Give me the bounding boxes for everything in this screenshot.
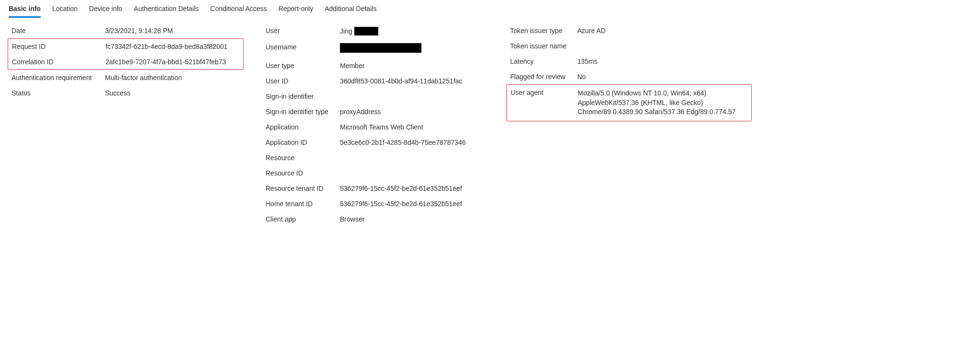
value-signin-identifier-type: proxyAddress — [340, 108, 485, 116]
value-request-id: fc73342f-621b-4ecd-8da9-bed8a3f82001 — [105, 43, 240, 50]
row-flagged: Flagged for review No — [507, 69, 752, 84]
value-correlation-id: 2afc1be9-7207-4f7a-bbd1-521bf47feb73 — [105, 58, 240, 66]
tab-conditional-access[interactable]: Conditional Access — [210, 3, 267, 18]
label-home-tenant-id: Home tenant ID — [266, 200, 340, 208]
label-latency: Latency — [510, 58, 577, 65]
row-application: Application Microsoft Teams Web Client — [263, 119, 488, 135]
column-2: User Jing Username User type Member User… — [263, 23, 488, 227]
row-user-id: User ID 360df853-0081-4b0d-af94-11dab125… — [263, 73, 488, 89]
value-user-id: 360df853-0081-4b0d-af94-11dab1251fac — [340, 77, 485, 85]
value-resource-tenant-id: 536279f6-15cc-45f2-be2d-61e352b51eef — [340, 185, 485, 192]
value-application-id: 5e3ce6c0-2b1f-4285-8d4b-75ee78787346 — [340, 139, 485, 146]
tab-authentication-details[interactable]: Authentication Details — [134, 3, 198, 18]
label-user-agent: User agent — [511, 89, 578, 96]
row-user-agent: User agent Mozilla/5.0 (Windows NT 10.0;… — [507, 85, 751, 121]
label-user-id: User ID — [266, 77, 340, 85]
row-username: Username — [263, 39, 488, 58]
value-username — [340, 43, 485, 54]
redacted-username — [340, 43, 421, 53]
row-user: User Jing — [263, 23, 488, 39]
label-client-app: Client app — [266, 215, 340, 223]
label-status: Status — [12, 89, 105, 97]
value-date: 3/23/2021, 9:14:28 PM — [105, 27, 241, 35]
label-user-type: User type — [266, 62, 340, 70]
label-request-id: Request ID — [12, 43, 105, 50]
row-signin-identifier-type: Sign-in identifier type proxyAddress — [263, 104, 488, 119]
label-auth-requirement: Authentication requirement — [12, 74, 105, 82]
redacted-user-surname — [354, 27, 378, 35]
label-date: Date — [12, 27, 105, 35]
label-resource-tenant-id: Resource tenant ID — [266, 185, 340, 192]
value-application: Microsoft Teams Web Client — [340, 123, 485, 131]
row-correlation-id: Correlation ID 2afc1be9-7207-4f7a-bbd1-5… — [8, 54, 243, 70]
label-resource: Resource — [266, 154, 340, 162]
row-signin-identifier: Sign-in identifier — [263, 89, 488, 104]
row-latency: Latency 135ms — [507, 54, 752, 69]
label-token-issuer-type: Token issuer type — [510, 27, 577, 35]
tab-device-info[interactable]: Device info — [89, 3, 122, 18]
label-signin-identifier-type: Sign-in identifier type — [266, 108, 340, 116]
label-username: Username — [266, 43, 340, 51]
row-user-type: User type Member — [263, 58, 488, 73]
row-auth-requirement: Authentication requirement Multi-factor … — [9, 70, 244, 85]
tab-basic-info[interactable]: Basic info — [9, 3, 41, 18]
row-home-tenant-id: Home tenant ID 536279f6-15cc-45f2-be2d-6… — [263, 196, 488, 211]
highlight-user-agent: User agent Mozilla/5.0 (Windows NT 10.0;… — [506, 84, 752, 121]
tab-report-only[interactable]: Report-only — [279, 3, 313, 18]
label-flagged: Flagged for review — [510, 73, 577, 81]
value-status: Success — [105, 89, 241, 97]
row-client-app: Client app Browser — [263, 211, 488, 227]
row-resource: Resource — [263, 150, 488, 165]
value-user-type: Member — [340, 62, 485, 70]
value-auth-requirement: Multi-factor authentication — [105, 74, 241, 82]
tab-bar: Basic info Location Device info Authenti… — [0, 0, 980, 18]
label-application-id: Application ID — [266, 139, 340, 146]
value-flagged: No — [577, 73, 749, 81]
tab-location[interactable]: Location — [52, 3, 78, 18]
user-link[interactable]: Jing — [340, 27, 352, 35]
highlight-request-correlation: Request ID fc73342f-621b-4ecd-8da9-bed8a… — [8, 38, 244, 70]
label-token-issuer-name: Token issuer name — [510, 42, 577, 50]
row-date: Date 3/23/2021, 9:14:28 PM — [9, 23, 244, 38]
value-token-issuer-type: Azure AD — [577, 27, 749, 35]
row-resource-id: Resource ID — [263, 165, 488, 181]
value-latency: 135ms — [577, 58, 749, 65]
label-correlation-id: Correlation ID — [12, 58, 105, 66]
label-user: User — [266, 27, 340, 35]
value-user: Jing — [340, 27, 485, 35]
label-resource-id: Resource ID — [266, 169, 340, 177]
row-status: Status Success — [9, 85, 244, 101]
row-request-id: Request ID fc73342f-621b-4ecd-8da9-bed8a… — [8, 39, 243, 54]
tab-additional-details[interactable]: Additional Details — [325, 3, 376, 18]
row-resource-tenant-id: Resource tenant ID 536279f6-15cc-45f2-be… — [263, 181, 488, 196]
value-client-app: Browser — [340, 215, 485, 223]
label-application: Application — [266, 123, 340, 131]
value-home-tenant-id: 536279f6-15cc-45f2-be2d-61e352b51eef — [340, 200, 485, 208]
column-1: Date 3/23/2021, 9:14:28 PM Request ID fc… — [9, 23, 244, 101]
row-token-issuer-type: Token issuer type Azure AD — [507, 23, 752, 38]
column-3: Token issuer type Azure AD Token issuer … — [507, 23, 752, 121]
details-panel: Date 3/23/2021, 9:14:28 PM Request ID fc… — [0, 18, 980, 236]
value-user-agent: Mozilla/5.0 (Windows NT 10.0; Win64; x64… — [578, 89, 748, 117]
row-application-id: Application ID 5e3ce6c0-2b1f-4285-8d4b-7… — [263, 135, 488, 150]
row-token-issuer-name: Token issuer name — [507, 38, 752, 54]
label-signin-identifier: Sign-in identifier — [266, 93, 340, 100]
